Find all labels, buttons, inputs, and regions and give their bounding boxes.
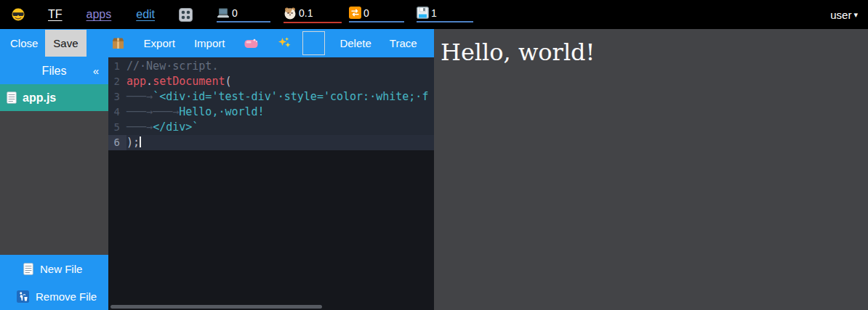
new-file-label: New File [40,263,82,275]
export-button[interactable]: Export [144,37,175,49]
floppy-icon [417,7,429,19]
top-bar: TF apps edit 0 [0,0,868,29]
stat-hamster-value: 0.1 [299,7,313,19]
sidebar-spacer [0,111,108,255]
code-lines: 1//·New·script.2app.setDocument(3───→`<d… [108,57,434,150]
sunglasses-face-icon[interactable] [12,8,25,21]
code-editor[interactable]: 1//·New·script.2app.setDocument(3───→`<d… [108,57,434,310]
code-line: 2app.setDocument( [108,74,434,89]
code-token: setDocument [153,75,225,88]
code-token: . [146,75,153,88]
code-token: ───→ [153,105,179,118]
horizontal-scrollbar[interactable] [110,305,322,309]
package-icon[interactable] [111,37,125,49]
file-item-label: app.js [23,91,56,105]
close-button[interactable]: Close [10,37,38,49]
stat-hamster[interactable]: 0.1 [284,7,342,23]
code-token: ───→ [126,90,153,103]
code-line: 1//·New·script. [108,59,434,74]
brand-link[interactable]: TF [48,8,63,21]
hamster-icon [284,7,297,20]
code-token: app [126,75,146,88]
code-line: 4───→───→Hello,·world! [108,105,434,120]
code-token: ); [126,136,140,149]
document-icon [7,91,17,104]
import-button[interactable]: Import [194,37,225,49]
code-token: </div>` [153,121,198,134]
stat-laptop[interactable]: 0 [217,7,270,23]
preview-pane: Hello, world! [434,29,868,310]
code-text: ); [126,135,141,150]
soap-icon[interactable] [244,38,258,49]
preview-heading: Hello, world! [434,29,868,66]
line-number: 1 [108,59,126,74]
text-cursor [140,136,141,147]
code-line: 5───→</div>` [108,120,434,135]
line-number: 5 [108,120,126,135]
nav-link-apps[interactable]: apps [87,8,112,21]
code-token: ( [225,75,231,88]
laptop-icon [217,8,230,18]
remove-file-label: Remove File [36,290,97,303]
code-token: ───→ [126,121,153,134]
code-token: //·New·script. [126,60,218,73]
chevron-down-icon: ▾ [853,10,858,20]
code-token: Hello,·world! [179,105,264,118]
content: Close Save Export Import [0,29,868,310]
new-file-button[interactable]: New File [0,255,108,282]
litter-bin-icon [17,290,29,303]
code-text: ───→</div>` [126,120,198,135]
file-item-appjs[interactable]: app.js [0,84,108,111]
code-token: `<div·id='test-div'·style='color:·white;… [153,90,428,103]
collapse-sidebar-button[interactable]: « [93,57,99,84]
sparkles-icon[interactable] [278,36,292,50]
workspace-row: Files « app.js [0,57,434,310]
line-number: 2 [108,74,126,89]
stat-refresh[interactable]: 0 [349,7,404,23]
control-knobs-icon[interactable] [179,8,193,22]
user-menu-label: user [830,9,851,21]
save-button[interactable]: Save [45,30,86,57]
code-token: ───→ [126,105,153,118]
trace-button[interactable]: Trace [390,37,417,49]
code-line: 6); [108,135,434,150]
code-text: //·New·script. [126,59,218,74]
nav-link-edit[interactable]: edit [136,8,155,21]
line-number: 6 [108,135,126,150]
editor-toolbar: Close Save Export Import [0,29,434,57]
delete-button[interactable]: Delete [339,37,371,49]
editor-panel: Close Save Export Import [0,29,434,310]
remove-file-button[interactable]: Remove File [0,282,108,310]
code-line: 3───→`<div·id='test-div'·style='color:·w… [108,89,434,105]
files-header: Files « [0,57,108,84]
line-number: 4 [108,105,126,120]
code-text: ───→───→Hello,·world! [126,105,265,120]
stat-save-value: 1 [431,7,437,19]
code-text: ───→`<div·id='test-div'·style='color:·wh… [126,89,428,105]
toolbar-empty-box[interactable] [302,31,325,55]
stat-laptop-value: 0 [232,7,238,19]
line-number: 3 [108,89,126,105]
user-menu[interactable]: user ▾ [830,9,858,21]
files-title: Files [42,65,67,78]
refresh-icon [349,7,361,19]
code-text: app.setDocument( [126,74,232,89]
files-sidebar: Files « app.js [0,57,108,310]
stat-refresh-value: 0 [363,7,369,19]
new-file-icon [23,263,33,275]
stat-save[interactable]: 1 [417,7,473,23]
